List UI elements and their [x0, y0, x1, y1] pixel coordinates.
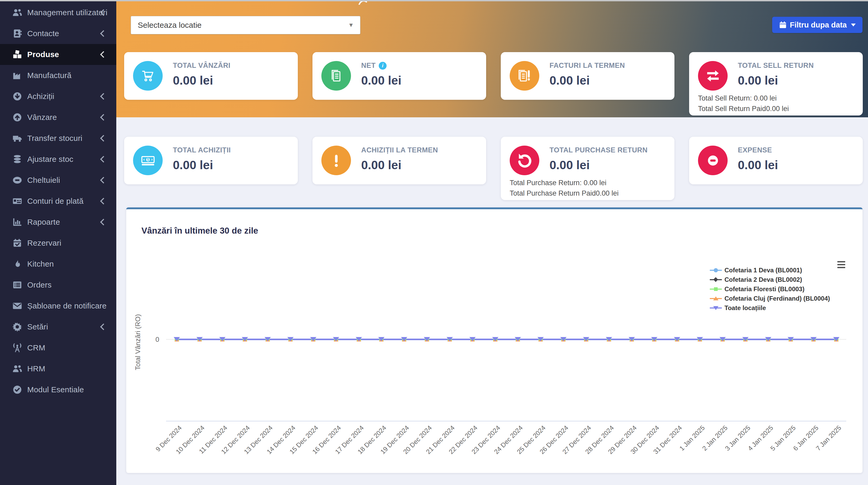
svg-text:$: $: [147, 158, 149, 162]
y-axis-title: Total Vânzări (RO): [134, 308, 142, 376]
sidebar-item-label: Vânzare: [27, 113, 57, 122]
data-point-marker: [697, 336, 703, 343]
stat-card-label: TOTAL VÂNZĂRI: [173, 62, 230, 70]
stat-card-text: FACTURI LA TERMEN0.00 lei: [550, 62, 625, 88]
sidebar-item-ajustare-stoc[interactable]: Ajustare stoc: [0, 149, 116, 170]
sidebar-item-management-utilizatori[interactable]: Management utilizatori: [0, 2, 116, 23]
exclamation-icon: [321, 146, 351, 175]
marker-triangle-down: [629, 337, 635, 341]
sidebar-item-label: Modul Esentiale: [27, 385, 84, 394]
sidebar-item-achizitii[interactable]: Achiziții: [0, 86, 116, 107]
marker-triangle-down: [560, 337, 566, 341]
marker-triangle-down: [606, 337, 612, 341]
stat-card-subtext-line: Total Purchase Return Paid0.00 lei: [510, 188, 619, 198]
sidebar-item-label: Rapoarte: [27, 218, 60, 227]
stat-card-value: 0.00 lei: [550, 158, 648, 172]
legend-item-toate-locatiile[interactable]: Toate locațiile: [710, 304, 830, 312]
invoice-alert-icon: [510, 61, 539, 91]
stat-card-net: NETi0.00 lei: [312, 52, 486, 100]
sidebar-item-manufactura[interactable]: Manufactură: [0, 65, 116, 86]
caret-down-icon: [851, 24, 856, 27]
sidebar-item-kitchen[interactable]: Kitchen: [0, 254, 116, 274]
sidebar-item-label: Achiziții: [27, 92, 55, 101]
minus-circle-icon: [10, 175, 24, 185]
stat-card-text: TOTAL ACHIZIȚII0.00 lei: [173, 146, 231, 172]
data-point-marker: [560, 336, 566, 343]
marker-triangle-down: [333, 337, 339, 341]
truck-icon: [10, 133, 24, 143]
marker-triangle-down: [492, 337, 498, 341]
gear-icon: [10, 322, 24, 332]
check-circle-icon: [10, 384, 24, 395]
sidebar-item-sabloane-de-notificare[interactable]: Șabloane de notificare: [0, 295, 116, 316]
date-filter-label: Filtru dupa data: [790, 21, 847, 29]
sidebar-item-cheltuieli[interactable]: Cheltuieli: [0, 170, 116, 191]
stat-card-total-achizitii: $TOTAL ACHIZIȚII0.00 lei: [124, 137, 298, 184]
sidebar-item-contacte[interactable]: Contacte: [0, 23, 116, 44]
sidebar-item-crm[interactable]: CRM: [0, 337, 116, 358]
calendar-icon: [779, 21, 787, 29]
address-book-icon: [10, 28, 24, 39]
legend-item-cofetaria-2-deva-bl0002[interactable]: Cofetaria 2 Deva (BL0002): [710, 276, 830, 284]
sidebar-item-orders[interactable]: Orders: [0, 274, 116, 295]
stat-card-label: TOTAL PURCHASE RETURN: [550, 146, 648, 154]
legend-item-cofetaria-1-deva-bl0001[interactable]: Cofetaria 1 Deva (BL0001): [710, 266, 830, 274]
sidebar-item-label: Contacte: [27, 29, 59, 38]
info-icon[interactable]: i: [379, 62, 386, 70]
sidebar-item-hrm[interactable]: HRM: [0, 358, 116, 379]
sidebar-item-rezervari[interactable]: Rezervari: [0, 232, 116, 254]
users-icon: [10, 7, 24, 18]
data-point-marker: [787, 336, 794, 343]
legend-item-cofetaria-floresti-bl0003[interactable]: Cofetaria Floresti (BL0003): [710, 285, 830, 293]
sidebar-item-modul-esentiale[interactable]: Modul Esentiale: [0, 379, 116, 400]
data-point-marker: [446, 336, 453, 343]
sidebar-item-label: Kitchen: [27, 260, 54, 268]
stat-card-subtext: Total Sell Return: 0.00 leiTotal Sell Re…: [698, 93, 789, 114]
invoice-icon: [321, 61, 351, 91]
data-point-marker: [810, 336, 817, 343]
sidebar-item-setari[interactable]: Setări: [0, 316, 116, 337]
sidebar-item-conturi-de-plata[interactable]: Conturi de plată: [0, 191, 116, 212]
sidebar: Management utilizatoriContacteProduseMan…: [0, 0, 116, 485]
stat-card-value: 0.00 lei: [361, 73, 401, 88]
date-filter-button[interactable]: Filtru dupa data: [772, 17, 863, 33]
flame-icon: [10, 259, 24, 269]
sidebar-item-transfer-stocuri[interactable]: Transfer stocuri: [0, 128, 116, 149]
data-point-marker: [719, 336, 726, 343]
marker-triangle-down: [174, 337, 180, 341]
data-point-marker: [651, 336, 657, 343]
chart-legend: Cofetaria 1 Deva (BL0001)Cofetaria 2 Dev…: [710, 266, 830, 312]
sidebar-item-rapoarte[interactable]: Rapoarte: [0, 212, 116, 232]
stat-card-subtext-line: Total Sell Return Paid0.00 lei: [698, 103, 789, 114]
data-point-marker: [378, 336, 384, 343]
data-point-marker: [765, 336, 771, 343]
sidebar-item-produse[interactable]: Produse: [0, 44, 116, 65]
marker-triangle-down: [515, 337, 521, 341]
y-axis-tick-label: 0: [142, 335, 159, 344]
data-point-marker: [492, 336, 498, 343]
chart-context-menu-icon[interactable]: [837, 261, 845, 268]
stat-card-value: 0.00 lei: [550, 73, 625, 88]
stat-card-total-vanzari: TOTAL VÂNZĂRI0.00 lei: [124, 52, 298, 100]
arrow-circle-up-icon: [10, 112, 24, 123]
marker-triangle-down: [446, 337, 453, 341]
stat-card-label: ACHIZIȚII LA TERMEN: [361, 146, 438, 154]
stat-card-subtext: Total Purchase Return: 0.00 leiTotal Pur…: [510, 177, 619, 198]
legend-item-cofetaria-cluj-ferdinand-bl0004[interactable]: Cofetaria Cluj (Ferdinand) (BL0004): [710, 295, 830, 302]
chevron-left-icon: [100, 198, 106, 204]
sidebar-item-label: Șabloane de notificare: [27, 301, 106, 310]
chevron-left-icon: [100, 114, 106, 121]
marker-triangle-down: [219, 337, 225, 341]
stat-card-total-sell-return: TOTAL SELL RETURN0.00 leiTotal Sell Retu…: [689, 52, 863, 116]
location-select[interactable]: Selecteaza locatie ▼: [131, 16, 361, 34]
location-select-value: Selecteaza locatie: [138, 21, 202, 30]
sidebar-item-vanzare[interactable]: Vânzare: [0, 107, 116, 128]
stat-card-text: ACHIZIȚII LA TERMEN0.00 lei: [361, 146, 438, 172]
marker-triangle-down: [310, 337, 316, 341]
sidebar-item-label: Setări: [27, 322, 48, 331]
chevron-left-icon: [100, 156, 106, 162]
sidebar-item-label: Orders: [27, 281, 52, 289]
stat-card-text: TOTAL VÂNZĂRI0.00 lei: [173, 62, 230, 88]
marker-triangle-down: [287, 337, 293, 341]
sidebar-item-label: Manufactură: [27, 71, 71, 80]
